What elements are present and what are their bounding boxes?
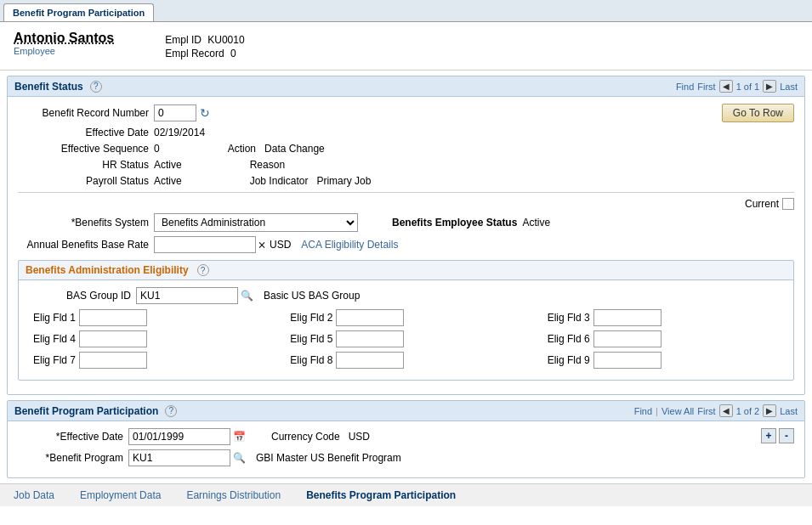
elig-fld-5-input[interactable]	[336, 330, 404, 347]
payroll-job-row: Payroll Status Active Job Indicator Prim…	[18, 175, 794, 187]
bpp-benefit-program-row: *Benefit Program 🔍 GBI Master US Benefit…	[18, 449, 401, 466]
annual-benefits-label: Annual Benefits Base Rate	[18, 239, 154, 251]
add-remove-buttons: + -	[761, 428, 794, 443]
benefit-status-count: 1 of 1	[736, 82, 760, 92]
add-row-button[interactable]: +	[761, 428, 776, 443]
elig-fld-6-label: Elig Fld 6	[543, 333, 590, 345]
bottom-nav: Job Data Employment Data Earnings Distri…	[0, 483, 812, 506]
action-value: Data Change	[264, 143, 325, 155]
bottom-nav-benefits-program-participation[interactable]: Benefits Program Participation	[306, 489, 456, 501]
goto-row-button[interactable]: Go To Row	[722, 104, 794, 122]
benefit-status-title: Benefit Status	[14, 81, 83, 93]
refresh-icon[interactable]: ↻	[200, 106, 210, 120]
bas-group-row: BAS Group ID 🔍 Basic US BAS Group	[29, 287, 783, 304]
hr-status-label: HR Status	[18, 159, 154, 171]
bpp-body: *Effective Date 📅 Currency Code USD *Ben…	[8, 421, 804, 477]
benefit-status-header: Benefit Status ? Find First ◀ 1 of 1 ▶ L…	[8, 76, 804, 97]
job-indicator-value: Primary Job	[316, 175, 371, 187]
bpp-effective-date-label: *Effective Date	[18, 431, 128, 443]
remove-row-button[interactable]: -	[779, 428, 794, 443]
bottom-nav-employment-data[interactable]: Employment Data	[80, 489, 161, 501]
bpp-nav: Find | View All First ◀ 1 of 2 ▶ Last	[634, 404, 798, 417]
elig-row-2: Elig Fld 4 Elig Fld 5 Elig Fld 6	[29, 330, 783, 347]
employee-role: Employee	[14, 46, 114, 56]
bpp-benefit-program-input[interactable]	[128, 449, 230, 466]
annual-benefits-input[interactable]	[154, 236, 256, 253]
benefit-status-last-link[interactable]: Last	[780, 82, 798, 92]
elig-fld-2: Elig Fld 2	[286, 309, 525, 326]
bpp-last-link[interactable]: Last	[780, 406, 798, 416]
currency-code-value: USD	[349, 431, 370, 443]
job-indicator-label: Job Indicator	[250, 175, 309, 187]
bpp-next-btn[interactable]: ▶	[763, 404, 776, 417]
benefit-status-next-btn[interactable]: ▶	[763, 80, 776, 93]
remove-value-icon[interactable]: ⨯	[258, 239, 266, 251]
elig-fld-6-input[interactable]	[593, 330, 662, 347]
bpp-header: Benefit Program Participation ? Find | V…	[8, 401, 804, 421]
benefits-employee-status-label: Benefits Employee Status	[392, 217, 517, 229]
bpp-benefit-program-desc: GBI Master US Benefit Program	[256, 452, 401, 464]
elig-fld-2-input[interactable]	[336, 309, 404, 326]
elig-fld-2-label: Elig Fld 2	[286, 312, 332, 324]
annual-benefits-row: Annual Benefits Base Rate ⨯ USD ACA Elig…	[18, 236, 794, 253]
benefit-status-section: Benefit Status ? Find First ◀ 1 of 1 ▶ L…	[7, 76, 805, 395]
bpp-view-all-link[interactable]: View All	[662, 406, 694, 416]
bas-group-id-input[interactable]	[136, 287, 238, 304]
effective-date-row: Effective Date 02/19/2014	[18, 127, 794, 138]
benefits-system-row: *Benefits System Benefits Administration…	[18, 213, 794, 232]
elig-fld-1-label: Elig Fld 1	[29, 312, 76, 324]
bpp-prev-btn[interactable]: ◀	[719, 404, 733, 417]
eligibility-help-icon[interactable]: ?	[197, 264, 209, 276]
tab-benefit-program-participation[interactable]: Benefit Program Participation	[3, 3, 154, 21]
bas-input-wrap: 🔍	[136, 287, 253, 304]
eligibility-body: BAS Group ID 🔍 Basic US BAS Group Elig F…	[19, 280, 793, 380]
elig-fld-5-label: Elig Fld 5	[286, 333, 332, 345]
benefit-record-number-input[interactable]	[154, 104, 196, 121]
benefits-system-label: *Benefits System	[18, 217, 154, 229]
bpp-effective-date-input[interactable]	[128, 428, 230, 445]
elig-fld-7-label: Elig Fld 7	[29, 354, 76, 366]
current-checkbox[interactable]	[782, 198, 794, 210]
elig-fld-4-label: Elig Fld 4	[29, 333, 76, 345]
bpp-find-link[interactable]: Find	[634, 406, 652, 416]
eligibility-title: Benefits Administration Eligibility	[26, 264, 189, 276]
bottom-nav-job-data[interactable]: Job Data	[14, 489, 54, 501]
benefit-status-find-link[interactable]: Find	[676, 82, 694, 92]
eligibility-sub-section: Benefits Administration Eligibility ? BA…	[18, 260, 794, 381]
benefit-record-number-row: Benefit Record Number ↻ Go To Row	[18, 104, 794, 122]
calendar-icon[interactable]: 📅	[233, 431, 246, 443]
elig-fld-3: Elig Fld 3	[543, 309, 783, 326]
effective-date-label: Effective Date	[18, 127, 154, 138]
bpp-title: Benefit Program Participation	[14, 405, 158, 417]
effective-seq-label: Effective Sequence	[18, 143, 154, 155]
bottom-nav-earnings-distribution[interactable]: Earnings Distribution	[186, 489, 281, 501]
elig-fld-5: Elig Fld 5	[286, 330, 525, 347]
benefits-employee-status-area: Benefits Employee Status Active	[392, 217, 550, 229]
elig-fld-8: Elig Fld 8	[286, 352, 525, 369]
empl-id-label: Empl ID	[165, 34, 202, 46]
elig-fld-8-input[interactable]	[336, 352, 404, 369]
elig-fld-1: Elig Fld 1	[29, 309, 269, 326]
current-label: Current	[745, 198, 779, 210]
benefits-system-select[interactable]: Benefits Administration	[154, 213, 358, 232]
bpp-help-icon[interactable]: ?	[165, 405, 177, 417]
aca-eligibility-link[interactable]: ACA Eligibility Details	[301, 239, 398, 251]
elig-fld-7-input[interactable]	[79, 352, 147, 369]
elig-fld-9-input[interactable]	[593, 352, 662, 369]
elig-fld-1-input[interactable]	[79, 309, 147, 326]
benefit-status-prev-btn[interactable]: ◀	[719, 80, 733, 93]
elig-row-1: Elig Fld 1 Elig Fld 2 Elig Fld 3	[29, 309, 783, 326]
elig-row-3: Elig Fld 7 Elig Fld 8 Elig Fld 9	[29, 352, 783, 369]
bas-group-desc: Basic US BAS Group	[264, 290, 360, 302]
benefit-status-first-link[interactable]: First	[697, 82, 715, 92]
benefit-status-body: Benefit Record Number ↻ Go To Row Effect…	[8, 97, 804, 394]
benefit-status-help-icon[interactable]: ?	[90, 81, 102, 93]
elig-fld-4-input[interactable]	[79, 330, 147, 347]
bpp-search-icon[interactable]: 🔍	[233, 452, 246, 464]
bpp-first-link[interactable]: First	[697, 406, 715, 416]
bas-search-icon[interactable]: 🔍	[241, 290, 253, 302]
eligibility-header: Benefits Administration Eligibility ?	[19, 261, 793, 280]
elig-fld-4: Elig Fld 4	[29, 330, 269, 347]
elig-fld-3-input[interactable]	[593, 309, 662, 326]
payroll-status-label: Payroll Status	[18, 175, 154, 187]
